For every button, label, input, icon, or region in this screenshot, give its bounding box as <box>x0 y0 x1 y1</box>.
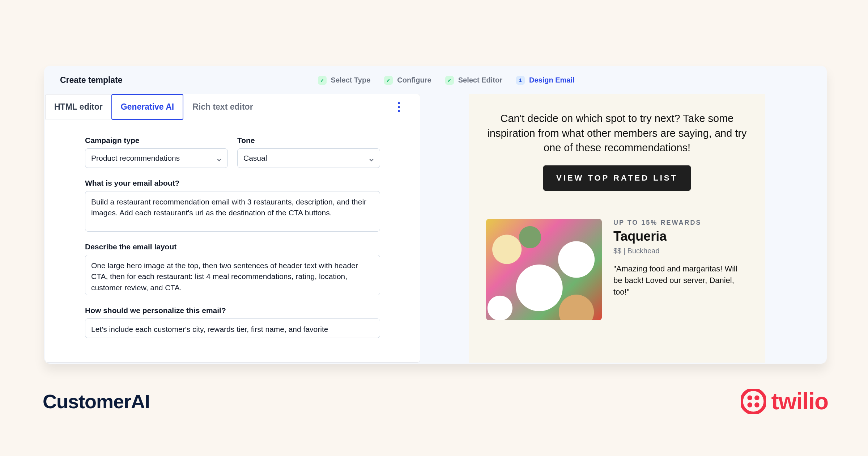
email-preview: Can't decide on which spot to try next? … <box>469 94 765 363</box>
personalize-label: How should we personalize this email? <box>85 306 380 315</box>
tone-value: Casual <box>243 154 267 162</box>
editor-row: HTML editor Generative AI Rich text edit… <box>44 94 827 363</box>
brand-wordmark: twilio <box>771 388 828 415</box>
editor-tabs: HTML editor Generative AI Rich text edit… <box>45 94 420 120</box>
step-configure[interactable]: ✓ Configure <box>384 76 431 85</box>
chevron-down-icon <box>369 156 374 161</box>
app-panel: Create template ✓ Select Type ✓ Configur… <box>44 66 827 364</box>
check-icon: ✓ <box>445 76 454 85</box>
layout-label: Describe the email layout <box>85 242 380 251</box>
about-input[interactable] <box>85 191 380 232</box>
preview-quote: "Amazing food and margaritas! Will be ba… <box>613 263 748 298</box>
campaign-type-label: Campaign type <box>85 136 228 145</box>
tone-label: Tone <box>237 136 380 145</box>
svg-point-2 <box>755 395 760 400</box>
svg-point-3 <box>748 402 753 408</box>
svg-point-4 <box>755 402 760 408</box>
about-label: What is your email about? <box>85 179 380 187</box>
location: Buckhead <box>627 247 660 255</box>
preview-hero-cta[interactable]: VIEW TOP RATED LIST <box>543 165 691 191</box>
form-column: HTML editor Generative AI Rich text edit… <box>45 94 420 363</box>
personalize-input[interactable] <box>85 318 380 338</box>
form-body: Campaign type Product recommendations To… <box>45 120 420 339</box>
check-icon: ✓ <box>318 76 327 85</box>
tone-select[interactable]: Casual <box>237 148 380 168</box>
chevron-down-icon <box>217 156 222 161</box>
preview-card-meta: $$ | Buckhead <box>613 247 748 255</box>
panel-header: Create template ✓ Select Type ✓ Configur… <box>44 66 827 94</box>
preview-card: UP TO 15% REWARDS Taqueria $$ | Buckhead… <box>486 208 748 320</box>
campaign-type-value: Product recommendations <box>91 154 180 162</box>
brand-logo: twilio <box>741 388 828 415</box>
step-select-editor[interactable]: ✓ Select Editor <box>445 76 502 85</box>
tab-generative-ai[interactable]: Generative AI <box>111 94 183 120</box>
stepper: ✓ Select Type ✓ Configure ✓ Select Edito… <box>318 76 575 85</box>
check-icon: ✓ <box>384 76 393 85</box>
preview-card-image <box>486 219 602 320</box>
price-tier: $$ <box>613 247 621 255</box>
step-design-email[interactable]: 1 Design Email <box>516 76 575 85</box>
footer: CustomerAI twilio <box>43 388 828 415</box>
preview-card-title: Taqueria <box>613 229 748 244</box>
step-label: Select Editor <box>458 76 502 84</box>
step-select-type[interactable]: ✓ Select Type <box>318 76 371 85</box>
twilio-mark-icon <box>741 389 766 414</box>
svg-point-1 <box>748 395 753 400</box>
step-label: Select Type <box>331 76 371 84</box>
preview-eyebrow: UP TO 15% REWARDS <box>613 219 748 227</box>
step-label: Configure <box>397 76 431 84</box>
step-number-badge: 1 <box>516 76 525 85</box>
layout-input[interactable] <box>85 255 380 295</box>
page-title: Create template <box>60 75 123 85</box>
preview-hero-text: Can't decide on which spot to try next? … <box>486 111 748 155</box>
campaign-type-select[interactable]: Product recommendations <box>85 148 228 168</box>
step-label: Design Email <box>529 76 575 84</box>
tab-rich-text-editor[interactable]: Rich text editor <box>183 94 262 119</box>
more-menu-icon[interactable] <box>392 101 405 114</box>
product-wordmark: CustomerAI <box>43 390 150 413</box>
tab-html-editor[interactable]: HTML editor <box>45 94 111 119</box>
svg-point-0 <box>742 389 766 413</box>
